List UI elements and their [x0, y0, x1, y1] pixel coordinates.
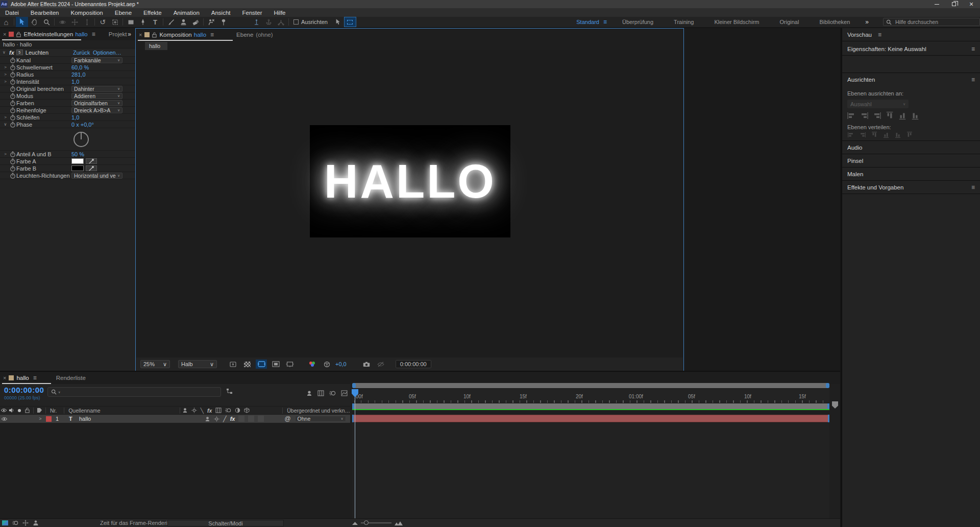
- globe-icon[interactable]: [12, 520, 18, 526]
- zoom-out-mountain-icon[interactable]: [352, 521, 358, 525]
- snap-cursor-icon[interactable]: [332, 17, 344, 27]
- audio-panel-header[interactable]: Audio: [842, 141, 980, 154]
- zoom-tool[interactable]: [40, 17, 53, 27]
- pan-behind-tool[interactable]: [109, 17, 121, 27]
- roto-brush-tool[interactable]: [205, 17, 217, 27]
- workspace-training[interactable]: Training: [674, 19, 694, 25]
- graph-editor-icon[interactable]: [341, 390, 348, 396]
- expander-icon[interactable]: >: [2, 79, 9, 84]
- axis-mode-local-icon[interactable]: [250, 17, 262, 27]
- layer-name[interactable]: hallo: [79, 416, 156, 422]
- kanal-dropdown[interactable]: Farbkanäle∨: [71, 57, 122, 63]
- track-background[interactable]: [352, 423, 829, 518]
- expander-icon[interactable]: >: [2, 72, 9, 77]
- transparency-grid-icon[interactable]: [241, 360, 253, 369]
- stopwatch-icon[interactable]: [9, 114, 16, 121]
- pickwhip-icon[interactable]: @: [284, 415, 290, 422]
- eyedropper-icon[interactable]: [86, 165, 97, 171]
- layer-duration-bar[interactable]: [352, 415, 829, 422]
- effekte-vorgaben-panel-header[interactable]: Effekte und Vorgaben ≡: [842, 181, 980, 194]
- workspace-standard[interactable]: Standard: [576, 19, 599, 25]
- source-column-header[interactable]: Quellenname: [66, 408, 149, 414]
- layer-expander-icon[interactable]: >: [35, 416, 46, 421]
- type-tool[interactable]: T: [149, 17, 161, 27]
- nr-column-header[interactable]: Nr.: [48, 408, 62, 414]
- expander-icon[interactable]: >: [2, 65, 9, 69]
- snap-toggle[interactable]: Ausrichten: [293, 19, 328, 25]
- stopwatch-icon[interactable]: [9, 107, 16, 113]
- stopwatch-icon[interactable]: [9, 122, 16, 128]
- minimize-button[interactable]: [928, 0, 945, 8]
- phase-dial[interactable]: [72, 130, 90, 149]
- eigenschaften-panel-header[interactable]: Eigenschaften: Keine Auswahl ≡: [842, 42, 980, 56]
- panel-menu-icon[interactable]: ≡: [210, 31, 214, 38]
- frame-blend-toggle-icon[interactable]: [317, 390, 324, 396]
- layer-collapse-icon[interactable]: [214, 416, 219, 422]
- viewer-breadcrumb-tab[interactable]: hallo: [145, 42, 167, 50]
- stopwatch-icon[interactable]: [9, 151, 16, 157]
- panel-overflow-icon[interactable]: »: [128, 31, 131, 37]
- selection-tool[interactable]: [16, 17, 28, 27]
- workspace-ueberpruefung[interactable]: Überprüfung: [622, 19, 653, 25]
- layer-fx-icon[interactable]: fx: [230, 416, 235, 422]
- layer-switch-cell[interactable]: [248, 416, 254, 422]
- farbe-b-swatch[interactable]: [71, 165, 84, 171]
- clone-stamp-tool[interactable]: [177, 17, 189, 27]
- tab-projekt[interactable]: Projekt: [109, 31, 127, 37]
- viewer-timecode[interactable]: 0:00:00:00: [396, 360, 431, 368]
- layer-label-swatch[interactable]: [46, 416, 52, 422]
- menu-effekte[interactable]: Effekte: [143, 10, 162, 16]
- tab-effekteinstellungen[interactable]: Effekteinstellungen: [23, 31, 73, 37]
- stopwatch-icon[interactable]: [9, 71, 16, 78]
- effect-reset-link[interactable]: Zurück: [73, 50, 90, 56]
- stopwatch-icon[interactable]: [9, 165, 16, 172]
- brush-tool[interactable]: [165, 17, 177, 27]
- comp-marker-bin-icon[interactable]: [832, 401, 838, 409]
- rectangle-tool[interactable]: [125, 17, 137, 27]
- panel-menu-icon[interactable]: ≡: [971, 184, 975, 191]
- marquee-icon[interactable]: [344, 17, 356, 27]
- layer-quality-icon[interactable]: ╱: [223, 416, 227, 422]
- layer-shy-icon[interactable]: [205, 416, 210, 422]
- eraser-tool[interactable]: [189, 17, 202, 27]
- swap-icon[interactable]: [22, 520, 29, 526]
- close-button[interactable]: ×: [963, 0, 980, 8]
- home-button[interactable]: ⌂: [0, 17, 12, 27]
- time-ruler[interactable]: :00f 05f 10f 15f 20f 01:00f 05f 10f 15f: [352, 389, 829, 403]
- tab-target-comp[interactable]: hallo: [75, 31, 87, 37]
- stopwatch-icon[interactable]: [9, 93, 16, 99]
- tab-komposition-target[interactable]: hallo: [194, 32, 206, 38]
- render-status-icon[interactable]: [2, 520, 8, 525]
- workspace-kleiner-bildschirm[interactable]: Kleiner Bildschirm: [714, 19, 759, 25]
- stopwatch-icon[interactable]: [9, 100, 16, 106]
- exposure-icon[interactable]: [321, 360, 332, 369]
- stopwatch-icon[interactable]: [9, 79, 16, 85]
- vorschau-panel-header[interactable]: Vorschau ≡: [842, 28, 980, 41]
- expander-icon[interactable]: >: [2, 115, 9, 119]
- panel-close-icon[interactable]: ×: [139, 32, 142, 38]
- workspace-menu-icon[interactable]: ≡: [603, 18, 607, 26]
- layer-switch-cell[interactable]: [258, 416, 264, 422]
- anteil-value[interactable]: 50 %: [71, 151, 84, 157]
- modus-dropdown[interactable]: Addieren∨: [71, 93, 122, 99]
- ausrichten-panel-header[interactable]: Ausrichten ≡: [842, 73, 980, 86]
- timeline-horizontal-scrollbar[interactable]: [352, 383, 829, 388]
- resolution-dropdown[interactable]: Halb∨: [178, 360, 217, 368]
- current-timecode[interactable]: 0:00:00:00: [4, 386, 44, 394]
- composition-canvas[interactable]: HALLO: [310, 125, 510, 237]
- label-color-swatch[interactable]: [9, 32, 14, 37]
- puppet-pin-tool[interactable]: [217, 17, 230, 27]
- fast-preview-icon[interactable]: [227, 360, 238, 369]
- panel-menu-icon[interactable]: ≡: [971, 76, 975, 83]
- zoom-in-mountains-icon[interactable]: [395, 520, 403, 525]
- pen-tool[interactable]: [137, 17, 149, 27]
- help-search-input[interactable]: [894, 18, 971, 26]
- layer-row-1[interactable]: > 1 T hallo ╱ fx @ Ohne∨: [0, 415, 350, 423]
- lock-icon[interactable]: [152, 32, 157, 38]
- zoom-slider-knob[interactable]: [364, 520, 369, 525]
- radius-value[interactable]: 281,0: [71, 71, 86, 78]
- parent-column-header[interactable]: Übergeordnet und verkn…: [285, 408, 350, 414]
- lock-icon[interactable]: [16, 32, 21, 37]
- menu-hilfe[interactable]: Hilfe: [274, 10, 286, 16]
- timeline-zoom-slider[interactable]: [361, 522, 391, 523]
